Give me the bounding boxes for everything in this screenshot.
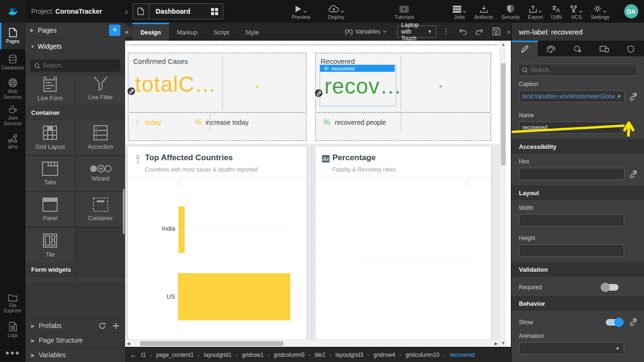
tab-properties[interactable]	[511, 41, 538, 56]
tab-style[interactable]: Style	[237, 23, 267, 41]
preview-button[interactable]: Preview	[292, 3, 310, 20]
prefabs-section[interactable]: ▶ Prefabs	[25, 318, 125, 333]
card-top-affected-countries[interactable]: Top Affected Countries Countries with mo…	[128, 147, 306, 347]
tab-markup[interactable]: Markup	[169, 23, 205, 41]
canvas-horizontal-scrollbar[interactable]: ◀ ▶	[125, 339, 500, 347]
rail-item-databases[interactable]: Databases	[0, 49, 25, 76]
property-search-input[interactable]	[531, 67, 633, 73]
widget-search[interactable]	[30, 60, 120, 72]
widget-accordion[interactable]: Accordion	[76, 120, 126, 155]
card-percentage[interactable]: Percentage Fatality & Recovery rates	[315, 147, 491, 347]
widget-tile[interactable]: Tile	[25, 228, 75, 263]
tab-styles[interactable]	[538, 41, 564, 56]
tab-security[interactable]	[618, 41, 644, 56]
breadcrumb-item[interactable]: gridcolumn5	[274, 352, 305, 358]
tab-script[interactable]: Script	[205, 23, 237, 41]
vcs-button[interactable]: VCS	[570, 3, 583, 20]
widgets-section-header[interactable]: ▼ Widgets	[25, 38, 125, 55]
undo-button[interactable]	[458, 28, 467, 35]
scroll-right-icon[interactable]: ▶	[493, 341, 500, 346]
add-prefab-icon[interactable]	[112, 322, 119, 329]
today-label[interactable]: today	[145, 119, 161, 126]
tab-events[interactable]	[564, 41, 591, 56]
refresh-icon[interactable]	[99, 322, 106, 329]
page-structure-section[interactable]: ▶ Page Structure	[25, 333, 125, 347]
deploy-button[interactable]: Deploy	[328, 3, 344, 20]
bar-us[interactable]	[178, 273, 290, 320]
animation-select[interactable]: ▼	[519, 342, 624, 354]
add-page-button[interactable]: +	[109, 25, 120, 36]
breadcrumb-item[interactable]: t1	[141, 352, 146, 358]
clear-binding-icon[interactable]: ✕	[617, 93, 621, 100]
scrollbar-thumb[interactable]	[140, 341, 283, 346]
grid-view-icon[interactable]	[211, 8, 218, 15]
page-canvas[interactable]: Confirmed Cases totalC… ↑ today % increa…	[125, 41, 511, 347]
breadcrumb-item[interactable]: tile2	[315, 352, 325, 358]
scroll-left-icon[interactable]: ◀	[125, 341, 132, 346]
hint-field[interactable]	[519, 168, 625, 180]
tab-design[interactable]: Design	[132, 23, 169, 41]
pages-section-header[interactable]: ▶ Pages +	[25, 23, 125, 38]
selection-tag[interactable]: recovered	[320, 65, 395, 72]
canvas-vertical-scrollbar[interactable]: ▲ ▼	[500, 41, 506, 347]
property-search[interactable]	[518, 64, 637, 76]
name-field[interactable]	[519, 121, 621, 134]
required-toggle[interactable]	[602, 284, 619, 291]
rail-item-web-services[interactable]: WebServices	[0, 76, 25, 102]
settings-button[interactable]: Settings	[591, 3, 610, 20]
variables-section[interactable]: ▶ Variables	[25, 347, 125, 362]
panel-scrollbar[interactable]	[123, 189, 125, 234]
breadcrumb-item[interactable]: gridrow1	[242, 352, 263, 358]
breadcrumb-item-active[interactable]: recovered	[449, 352, 475, 358]
tile-recovered[interactable]: Recovered recovered recov… % recovered p…	[315, 53, 491, 141]
widget-live-form[interactable]: Live Form	[25, 77, 75, 105]
device-select[interactable]: Laptop with Touch ▼	[397, 26, 436, 38]
more-options-icon[interactable]: ●●●	[0, 349, 25, 356]
show-toggle[interactable]	[606, 319, 623, 326]
breadcrumb-back-icon[interactable]: ←	[130, 351, 137, 359]
bind-caption-icon[interactable]	[629, 93, 637, 101]
tile-confirmed-cases[interactable]: Confirmed Cases totalC… ↑ today % increa…	[128, 53, 306, 141]
bind-show-icon[interactable]	[629, 318, 637, 326]
width-field[interactable]	[519, 214, 624, 226]
widget-panel[interactable]: Panel	[25, 192, 75, 227]
rail-item-logs[interactable]: Logs	[0, 317, 25, 343]
collapse-right-panel-button[interactable]: »	[507, 27, 511, 35]
widget-tabs[interactable]: Tabs	[25, 156, 75, 191]
scroll-up-icon[interactable]: ▲	[500, 42, 507, 47]
page-tab-dashboard[interactable]: Dashboard	[133, 3, 223, 19]
scroll-down-icon[interactable]: ▼	[500, 341, 507, 345]
rail-item-apis[interactable]: APIs	[0, 129, 25, 155]
more-menu-icon[interactable]: ⋮	[443, 30, 450, 33]
tutorials-button[interactable]: Tutorials	[394, 3, 414, 20]
widget-search-input[interactable]	[43, 62, 116, 69]
security-button[interactable]: Security	[501, 3, 520, 20]
widget-container[interactable]: Container	[76, 192, 126, 227]
widget-grid-layout[interactable]: Grid Layout	[25, 120, 75, 155]
scrollbar-thumb[interactable]	[501, 63, 506, 165]
i18n-button[interactable]: A I18N	[551, 3, 562, 20]
artifacts-button[interactable]: Artifacts	[475, 3, 493, 20]
caption-field[interactable]: bind:Variables.wsvWordometerGlobal.c ✕	[519, 90, 625, 103]
rail-item-java-services[interactable]: JavaServices	[0, 102, 25, 129]
rail-item-pages[interactable]: Pages	[0, 23, 25, 49]
variables-dropdown[interactable]: {X} Variables	[345, 28, 387, 35]
breadcrumb-item[interactable]: layoutgrid1	[204, 352, 232, 358]
redo-button[interactable]	[475, 28, 484, 35]
wavemaker-logo-icon[interactable]	[0, 0, 25, 23]
save-button[interactable]	[492, 27, 500, 35]
breadcrumb-item[interactable]: gridcolumn10	[406, 352, 440, 358]
widget-live-filter[interactable]: Live Filter	[76, 77, 126, 105]
jobs-button[interactable]: Jobs	[453, 3, 466, 20]
tab-devices[interactable]	[591, 41, 618, 56]
height-field[interactable]	[519, 244, 624, 257]
rail-item-file-explorer[interactable]: FileExplorer	[0, 290, 25, 317]
increase-today-label[interactable]: increase today	[205, 119, 248, 126]
total-cases-label[interactable]: totalC…	[135, 71, 217, 97]
breadcrumb-item[interactable]: gridrow4	[373, 352, 395, 358]
widget-wizard[interactable]: Wizard	[76, 156, 126, 191]
recovered-people-label[interactable]: recovered people	[335, 119, 386, 126]
bind-hint-icon[interactable]	[629, 170, 637, 178]
breadcrumb-item[interactable]: page_content1	[156, 352, 194, 358]
user-avatar[interactable]: DA	[624, 4, 638, 18]
